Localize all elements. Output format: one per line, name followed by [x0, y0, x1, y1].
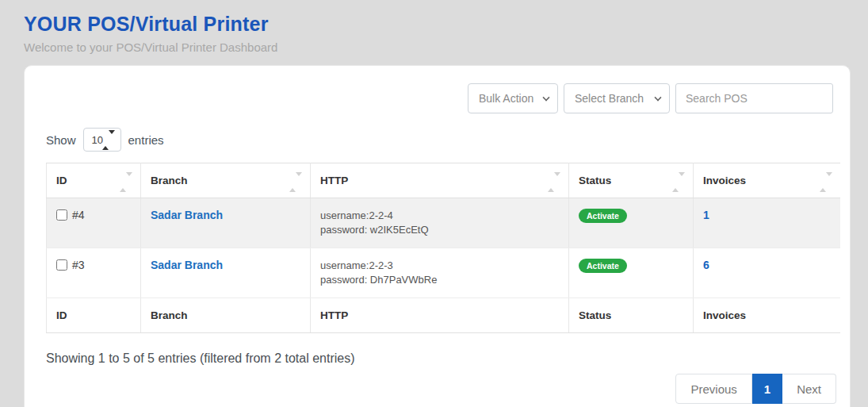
footer-column-id: ID	[47, 298, 141, 333]
page-title: YOUR POS/Virtual Printer	[24, 13, 844, 36]
stepper-icon	[102, 134, 115, 146]
chevron-down-icon	[542, 94, 549, 101]
branch-link[interactable]: Sadar Branch	[151, 259, 223, 271]
status-cell: Activate	[569, 248, 694, 298]
footer-column-status: Status	[569, 298, 694, 333]
chevron-down-icon	[654, 94, 661, 101]
http-cell: username:2-2-4 password: w2IK5EcEtQ	[311, 198, 569, 248]
row-id: #4	[72, 209, 85, 221]
table-bottom-row: Showing 1 to 5 of 5 entries (filtered fr…	[46, 351, 833, 404]
row-select-checkbox[interactable]	[56, 209, 67, 221]
page-header: YOUR POS/Virtual Printer Welcome to your…	[0, 0, 868, 54]
entries-per-page-select[interactable]: 10	[83, 128, 121, 152]
next-page-button[interactable]: Next	[782, 374, 836, 404]
footer-column-branch: Branch	[141, 298, 311, 333]
column-header-status[interactable]: Status	[569, 163, 694, 198]
http-cell: username:2-2-3 password: Dh7PaVWbRe	[311, 248, 569, 298]
invoices-cell: 1	[694, 198, 840, 248]
previous-page-button[interactable]: Previous	[675, 374, 751, 404]
table-header: ID Branch HTTP Status Invoices	[47, 163, 840, 198]
footer-column-http: HTTP	[311, 298, 569, 333]
show-label: Show	[46, 133, 76, 147]
pos-table: ID Branch HTTP Status Invoices	[46, 163, 840, 333]
table-row: #3 Sadar Branch username:2-2-3 password:…	[47, 248, 840, 298]
table-row: #4 Sadar Branch username:2-2-4 password:…	[47, 198, 840, 248]
status-badge[interactable]: Activate	[579, 209, 627, 223]
http-username: username:2-2-4	[320, 209, 559, 223]
invoices-link[interactable]: 1	[703, 209, 709, 221]
id-cell: #3	[47, 248, 141, 298]
search-pos-input[interactable]	[675, 83, 833, 113]
invoices-link[interactable]: 6	[703, 259, 709, 271]
table-toolbar: Bulk Action Select Branch	[41, 83, 833, 113]
footer-column-invoices: Invoices	[694, 298, 840, 333]
sort-icon[interactable]	[672, 176, 685, 188]
branch-cell: Sadar Branch	[141, 248, 311, 298]
pos-table-card: Bulk Action Select Branch Show 10 entrie…	[24, 65, 851, 407]
status-badge[interactable]: Activate	[579, 259, 627, 273]
select-branch-selected-label: Select Branch	[575, 92, 644, 105]
bulk-action-select[interactable]: Bulk Action	[468, 83, 558, 113]
pagination: Previous 1 Next	[46, 374, 836, 404]
sort-icon[interactable]	[120, 176, 132, 188]
column-header-branch[interactable]: Branch	[141, 163, 311, 198]
page-subtitle: Welcome to your POS/Virtual Printer Dash…	[24, 40, 844, 54]
sort-icon[interactable]	[289, 176, 302, 188]
branch-cell: Sadar Branch	[141, 198, 311, 248]
entries-label: entries	[128, 133, 164, 147]
status-cell: Activate	[569, 198, 694, 248]
sort-icon[interactable]	[820, 176, 832, 188]
invoices-cell: 6	[694, 248, 840, 298]
column-header-http[interactable]: HTTP	[311, 163, 569, 198]
sort-icon[interactable]	[548, 176, 560, 188]
http-password: password: Dh7PaVWbRe	[320, 273, 559, 287]
table-footer: ID Branch HTTP Status Invoices	[47, 298, 840, 333]
id-cell: #4	[47, 198, 141, 248]
select-branch-select[interactable]: Select Branch	[564, 83, 670, 113]
table-body: #4 Sadar Branch username:2-2-4 password:…	[47, 198, 840, 298]
row-id: #3	[72, 259, 85, 271]
page-number-button[interactable]: 1	[752, 374, 782, 404]
column-header-id[interactable]: ID	[47, 163, 141, 198]
entries-length-control: Show 10 entries	[46, 128, 833, 152]
http-username: username:2-2-3	[320, 259, 559, 273]
entries-info: Showing 1 to 5 of 5 entries (filtered fr…	[46, 351, 833, 366]
column-header-invoices[interactable]: Invoices	[694, 163, 840, 198]
row-select-checkbox[interactable]	[56, 259, 67, 271]
branch-link[interactable]: Sadar Branch	[151, 209, 223, 221]
http-password: password: w2IK5EcEtQ	[320, 223, 559, 237]
bulk-action-selected-label: Bulk Action	[479, 92, 533, 105]
